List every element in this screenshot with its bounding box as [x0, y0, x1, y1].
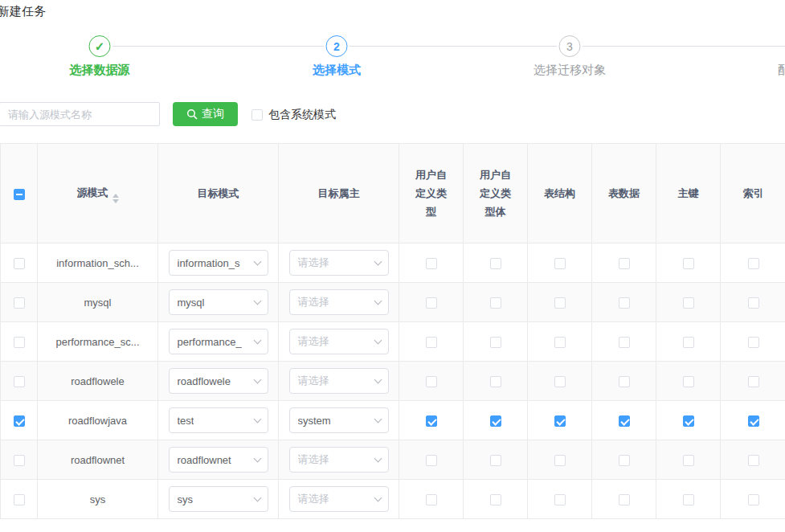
row-select-checkbox[interactable] [14, 337, 25, 348]
row-select-checkbox[interactable] [14, 415, 25, 427]
table-data-checkbox[interactable] [619, 494, 630, 505]
col-header-source-mode: 源模式 [38, 144, 158, 243]
table-data-checkbox[interactable] [619, 297, 630, 309]
col-header: 表数据 [592, 144, 656, 243]
table-data-checkbox[interactable] [619, 337, 630, 348]
target-owner-select[interactable]: 请选择 [289, 250, 389, 276]
option-cell [399, 480, 464, 519]
table-structure-checkbox[interactable] [554, 297, 566, 309]
udt-checkbox[interactable] [426, 337, 437, 348]
target-mode-select[interactable]: test [169, 407, 268, 433]
select-value: 请选择 [298, 295, 329, 309]
udt-checkbox[interactable] [426, 455, 437, 466]
target-owner-select[interactable]: 请选择 [289, 447, 389, 473]
row-select-checkbox[interactable] [14, 494, 25, 505]
index-checkbox[interactable] [748, 455, 759, 466]
primary-key-checkbox[interactable] [683, 494, 694, 505]
primary-key-checkbox[interactable] [683, 455, 694, 466]
sort-icons[interactable] [112, 194, 119, 203]
step-connector-line [350, 46, 557, 47]
row-select-checkbox[interactable] [14, 455, 25, 466]
col-header: 目标属主 [279, 144, 399, 243]
udt-body-checkbox[interactable] [490, 258, 501, 269]
option-cell [399, 401, 464, 440]
target-owner-select[interactable]: 请选择 [289, 368, 389, 394]
row-select-checkbox[interactable] [14, 376, 25, 387]
chevron-down-icon [253, 258, 261, 266]
target-mode-select[interactable]: roadflownet [169, 447, 268, 473]
step-circle-1[interactable]: ✓ [89, 35, 111, 57]
index-checkbox[interactable] [748, 297, 759, 309]
primary-key-checkbox[interactable] [683, 258, 694, 269]
primary-key-checkbox[interactable] [683, 297, 694, 309]
target-mode-select[interactable]: performance_ [169, 329, 268, 354]
row-select-checkbox[interactable] [14, 297, 25, 309]
index-checkbox[interactable] [748, 258, 759, 269]
index-checkbox[interactable] [748, 494, 759, 505]
source-mode-cell: roadflowjava [38, 401, 158, 440]
table-data-checkbox[interactable] [619, 376, 630, 387]
table-structure-checkbox[interactable] [554, 455, 566, 466]
primary-key-checkbox[interactable] [683, 376, 694, 387]
option-cell [464, 283, 528, 322]
option-cell [528, 243, 592, 283]
primary-key-checkbox[interactable] [683, 337, 694, 348]
col-header: 主键 [656, 144, 721, 243]
target-owner-select[interactable]: 请选择 [289, 329, 389, 354]
udt-checkbox[interactable] [426, 297, 437, 309]
target-mode-select[interactable]: information_s [169, 250, 268, 276]
step-circle-3[interactable]: 3 [559, 35, 581, 57]
chevron-down-icon [374, 376, 382, 384]
target-owner-cell: system [279, 401, 399, 440]
table-structure-checkbox[interactable] [554, 337, 566, 348]
table-structure-checkbox[interactable] [554, 376, 566, 387]
udt-body-checkbox[interactable] [490, 337, 501, 348]
udt-checkbox[interactable] [426, 376, 437, 387]
udt-body-checkbox[interactable] [490, 376, 501, 387]
option-cell [399, 362, 464, 401]
option-cell [399, 440, 464, 480]
table-data-checkbox[interactable] [619, 258, 630, 269]
udt-checkbox[interactable] [426, 258, 437, 269]
source-mode-cell: performance_sc... [38, 322, 158, 362]
index-checkbox[interactable] [748, 376, 759, 387]
target-mode-select[interactable]: sys [169, 486, 268, 512]
udt-checkbox[interactable] [426, 415, 437, 427]
include-system-option[interactable]: 包含系统模式 [251, 108, 336, 122]
udt-body-checkbox[interactable] [490, 415, 501, 427]
row-select-checkbox[interactable] [14, 258, 25, 269]
target-owner-cell: 请选择 [279, 480, 399, 519]
table-data-checkbox[interactable] [619, 455, 630, 466]
udt-body-checkbox[interactable] [490, 494, 501, 505]
udt-checkbox[interactable] [426, 494, 437, 505]
select-all-checkbox[interactable] [14, 189, 25, 200]
table-data-checkbox[interactable] [619, 415, 630, 427]
udt-body-checkbox[interactable] [490, 455, 501, 466]
target-mode-select[interactable]: mysql [169, 289, 268, 315]
select-value: 请选择 [298, 334, 329, 349]
udt-body-checkbox[interactable] [490, 297, 501, 309]
target-owner-select[interactable]: 请选择 [289, 486, 389, 512]
index-checkbox[interactable] [748, 337, 759, 348]
option-cell [721, 243, 785, 283]
target-mode-cell: roadflownet [158, 440, 279, 480]
col-header-label: 表数据 [608, 187, 640, 199]
target-owner-select[interactable]: system [289, 407, 389, 433]
target-owner-cell: 请选择 [279, 283, 399, 322]
include-system-checkbox[interactable] [251, 109, 263, 121]
step-circle-2[interactable]: 2 [326, 35, 348, 57]
sort-desc-icon [112, 199, 119, 203]
option-cell [464, 362, 528, 401]
option-cell [656, 322, 721, 362]
chevron-down-icon [253, 415, 261, 424]
target-mode-select[interactable]: roadflowele [169, 368, 268, 394]
table-structure-checkbox[interactable] [554, 415, 566, 427]
table-structure-checkbox[interactable] [554, 494, 566, 505]
source-mode-search-input[interactable] [0, 102, 160, 126]
option-cell [528, 401, 592, 440]
primary-key-checkbox[interactable] [683, 415, 694, 427]
target-owner-select[interactable]: 请选择 [289, 289, 389, 315]
query-button[interactable]: 查询 [173, 102, 238, 126]
index-checkbox[interactable] [748, 415, 759, 427]
table-structure-checkbox[interactable] [554, 258, 566, 269]
